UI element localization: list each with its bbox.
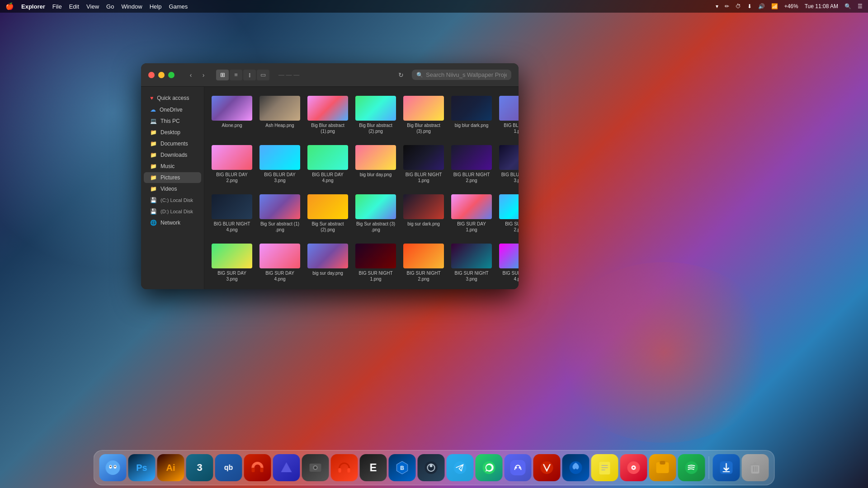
menubar-wifi-icon[interactable]: 📶 [771,3,778,9]
menubar-go[interactable]: Go [106,3,114,10]
file-name: BIG SUR NIGHT 3.png [451,270,492,282]
file-item-bigblurnight3[interactable]: BIG BLUR NIGHT 3.png [497,141,519,187]
dock-app-epic-games[interactable]: E [360,454,387,481]
dock-app-music[interactable] [620,454,647,481]
dock-app-camelo[interactable] [302,454,329,481]
file-item-bigblurday3[interactable]: BIG BLUR DAY 3.png [258,141,302,187]
file-item-bigsurnight4[interactable]: BIG SUR NIGHT 4.png [497,240,519,286]
file-item-bigsur3[interactable]: Big Sur abstract (3) .png [354,191,398,236]
file-item-bigsurday4[interactable]: BIG SUR DAY 4.png [258,240,302,286]
music-label: Music [160,163,175,169]
file-item-bigblurday1b[interactable]: BIG BLUR DAY 1.png [497,92,519,138]
sidebar-item-desktop[interactable]: 📁 Desktop [144,127,201,138]
file-thumbnail [499,145,519,170]
file-item-bigsurnight3[interactable]: BIG SUR NIGHT 3.png [449,240,494,286]
file-item-bigsurdark[interactable]: big sur dark.png [401,191,446,236]
file-item-bigblurnight1[interactable]: BIG BLUR NIGHT 1.png [401,141,446,187]
close-button[interactable] [148,72,155,78]
column-view-button[interactable]: ⫿ [243,70,256,80]
dock-app-illustrator[interactable]: Ai [157,454,184,481]
sidebar-item-onedrive[interactable]: ☁ OneDrive [144,104,201,115]
dock-app-photoshop[interactable]: Ps [128,454,156,481]
file-item-bigsurnight2[interactable]: BIG SUR NIGHT 2.png [401,240,446,286]
list-view-button[interactable]: ≡ [230,70,242,80]
file-item-bigsurday3[interactable]: BIG SUR DAY 3.png [210,240,254,286]
file-name: BIG SUR DAY 3.png [212,270,252,282]
menubar-chevron[interactable]: ▾ [716,3,718,9]
dock-app-trash[interactable] [742,454,769,481]
menubar-help[interactable]: Help [150,3,162,10]
file-item-bigblur1[interactable]: Big Blur abstract (1).png [306,92,350,138]
dock-app-bd[interactable]: B [389,454,416,481]
file-item-ash[interactable]: Ash Heap.png [258,92,302,138]
menubar-view[interactable]: View [86,3,99,10]
maximize-button[interactable] [168,72,175,78]
file-item-bigsurnight1[interactable]: BIG SUR NIGHT 1.png [354,240,398,286]
search-icon: 🔍 [416,72,423,78]
dock-app-vivaldi[interactable] [533,454,561,481]
dock-app-whatsapp[interactable] [476,454,503,481]
sidebar-item-documents[interactable]: 📁 Documents [144,138,201,149]
file-item-bigblur3[interactable]: Big Blur abstract (3).png [401,92,446,138]
dock-app-finder[interactable] [99,454,127,481]
cdrive-icon: 💾 [150,197,157,203]
file-item-bigsurday2[interactable]: BIG SUR DAY 2.png [497,191,519,236]
dock-app-spotify[interactable] [678,454,705,481]
dock-app-steam[interactable] [418,454,445,481]
dock-app-topnotch[interactable] [649,454,676,481]
dock-app-discord[interactable] [505,454,532,481]
icon-view-button[interactable]: ⊞ [216,70,229,80]
menubar-file[interactable]: File [52,3,62,10]
menubar-window[interactable]: Window [121,3,142,10]
sidebar-item-music[interactable]: 📁 Music [144,161,201,172]
dock-app-notes[interactable] [591,454,618,481]
dock-app-qbittorrent[interactable]: qb [215,454,242,481]
file-item-bigblurday4[interactable]: BIG BLUR DAY 4.png [306,141,350,187]
menubar-menu-icon[interactable]: ☰ [858,3,863,9]
onedrive-label: OneDrive [160,107,183,113]
sidebar-item-pictures[interactable]: 📁 Pictures [144,172,201,183]
file-item-bigsur1[interactable]: Big Sur abstract (1) .png [258,191,302,236]
search-input[interactable] [426,71,507,78]
gallery-view-button[interactable]: ▭ [257,70,269,80]
apple-menu[interactable]: 🍎 [5,2,14,10]
menubar-edit[interactable]: Edit [69,3,79,10]
dock-app-headphone[interactable] [331,454,358,481]
sidebar-item-network[interactable]: 🌐 Network [144,217,201,228]
file-item-bigblurnight2[interactable]: BIG BLUR NIGHT 2.png [449,141,494,187]
back-button[interactable]: ‹ [185,70,196,80]
sidebar-item-downloads[interactable]: 📁 Downloads [144,150,201,160]
dock-app-veer[interactable] [273,454,300,481]
file-item-bigsurday1[interactable]: BIG SUR DAY 1.png [449,191,494,236]
sidebar-item-ddrive[interactable]: 💾 (D:) Local Disk [144,206,201,217]
file-item-bigplay1[interactable]: big sur day.png [306,240,350,286]
file-item-bigblurdark[interactable]: big blur dark.png [449,92,494,138]
file-item-bigblurnight4[interactable]: BIG BLUR NIGHT 4.png [210,191,254,236]
sidebar-item-cdrive[interactable]: 💾 (C:) Local Disk [144,195,201,206]
onedrive-icon: ☁ [150,106,156,113]
file-item-bigblur2[interactable]: Big Blur abstract (2).png [354,92,398,138]
refresh-button[interactable]: ↻ [396,70,406,80]
file-item-bigsur2[interactable]: Big Sur abstract (2).png [306,191,350,236]
menubar-volume-icon[interactable]: 🔊 [758,3,765,9]
dock-app-magnet[interactable] [244,454,271,481]
sidebar-item-thispc[interactable]: 💻 This PC [144,116,201,127]
dock-app-downloader[interactable] [713,454,740,481]
file-item-alone[interactable]: Alone.png [210,92,254,138]
menubar-search-icon[interactable]: 🔍 [844,3,851,9]
file-item-bigblurdaypng[interactable]: big blur day.png [354,141,398,187]
menubar-app-name[interactable]: Explorer [21,3,45,10]
minimize-button[interactable] [158,72,165,78]
svg-point-4 [114,466,116,467]
menubar-games[interactable]: Games [169,3,188,10]
file-item-bigblurday2[interactable]: BIG BLUR DAY 2.png [210,141,254,187]
menubar-edit-icon: ✏ [725,3,729,9]
downloads-label: Downloads [160,152,187,158]
dock-app-3dsmax[interactable]: 3 [186,454,213,481]
sidebar-item-videos[interactable]: 📁 Videos [144,183,201,194]
dock-app-waterfox[interactable] [562,454,590,481]
sidebar-item-quickaccess[interactable]: ♥ Quick access [144,93,201,103]
dock-app-telegram[interactable] [447,454,474,481]
file-thumbnail [307,244,348,268]
forward-button[interactable]: › [198,70,209,80]
